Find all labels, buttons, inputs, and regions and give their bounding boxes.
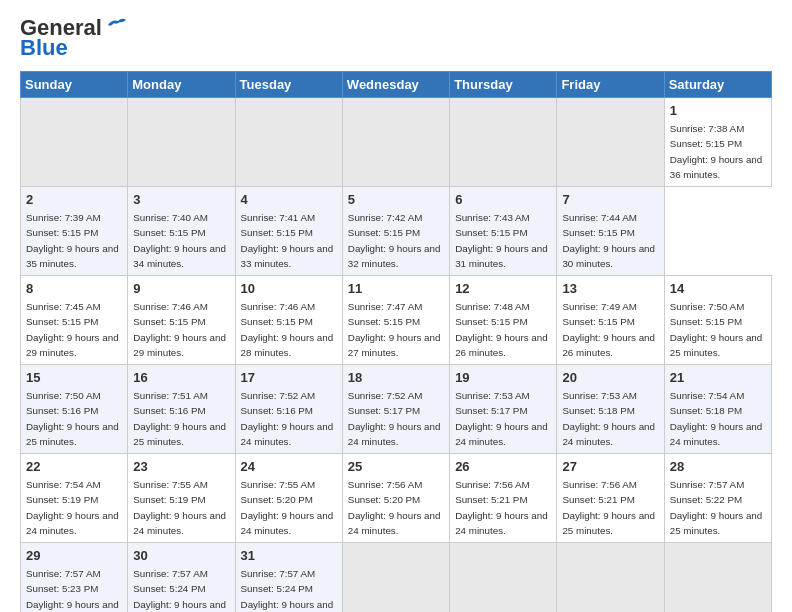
calendar-table: SundayMondayTuesdayWednesdayThursdayFrid…	[20, 71, 772, 612]
day-info: Sunrise: 7:50 AMSunset: 5:16 PMDaylight:…	[26, 390, 119, 447]
calendar-day: 3Sunrise: 7:40 AMSunset: 5:15 PMDaylight…	[128, 187, 235, 276]
calendar-day: 28Sunrise: 7:57 AMSunset: 5:22 PMDayligh…	[664, 454, 771, 543]
calendar-day: 19Sunrise: 7:53 AMSunset: 5:17 PMDayligh…	[450, 365, 557, 454]
calendar-week-row: 22Sunrise: 7:54 AMSunset: 5:19 PMDayligh…	[21, 454, 772, 543]
calendar-day: 31Sunrise: 7:57 AMSunset: 5:24 PMDayligh…	[235, 543, 342, 613]
logo-blue: Blue	[20, 35, 68, 61]
calendar-header-friday: Friday	[557, 72, 664, 98]
empty-cell	[342, 543, 449, 613]
empty-cell	[664, 543, 771, 613]
calendar-week-row: 1Sunrise: 7:38 AMSunset: 5:15 PMDaylight…	[21, 98, 772, 187]
header: General Blue	[20, 15, 772, 61]
day-number: 9	[133, 280, 229, 298]
calendar-day: 17Sunrise: 7:52 AMSunset: 5:16 PMDayligh…	[235, 365, 342, 454]
day-info: Sunrise: 7:56 AMSunset: 5:20 PMDaylight:…	[348, 479, 441, 536]
calendar-day: 29Sunrise: 7:57 AMSunset: 5:23 PMDayligh…	[21, 543, 128, 613]
day-info: Sunrise: 7:51 AMSunset: 5:16 PMDaylight:…	[133, 390, 226, 447]
day-info: Sunrise: 7:53 AMSunset: 5:17 PMDaylight:…	[455, 390, 548, 447]
empty-cell	[21, 98, 128, 187]
calendar-header-saturday: Saturday	[664, 72, 771, 98]
day-info: Sunrise: 7:50 AMSunset: 5:15 PMDaylight:…	[670, 301, 763, 358]
calendar-day: 2Sunrise: 7:39 AMSunset: 5:15 PMDaylight…	[21, 187, 128, 276]
day-info: Sunrise: 7:42 AMSunset: 5:15 PMDaylight:…	[348, 212, 441, 269]
calendar-header-monday: Monday	[128, 72, 235, 98]
day-info: Sunrise: 7:52 AMSunset: 5:16 PMDaylight:…	[241, 390, 334, 447]
day-number: 14	[670, 280, 766, 298]
day-info: Sunrise: 7:57 AMSunset: 5:23 PMDaylight:…	[26, 568, 119, 612]
calendar-day: 18Sunrise: 7:52 AMSunset: 5:17 PMDayligh…	[342, 365, 449, 454]
day-info: Sunrise: 7:56 AMSunset: 5:21 PMDaylight:…	[455, 479, 548, 536]
day-number: 1	[670, 102, 766, 120]
day-number: 30	[133, 547, 229, 565]
calendar-day: 8Sunrise: 7:45 AMSunset: 5:15 PMDaylight…	[21, 276, 128, 365]
day-number: 5	[348, 191, 444, 209]
calendar-header-wednesday: Wednesday	[342, 72, 449, 98]
day-number: 15	[26, 369, 122, 387]
empty-cell	[128, 98, 235, 187]
day-info: Sunrise: 7:53 AMSunset: 5:18 PMDaylight:…	[562, 390, 655, 447]
day-info: Sunrise: 7:46 AMSunset: 5:15 PMDaylight:…	[241, 301, 334, 358]
day-number: 19	[455, 369, 551, 387]
day-number: 22	[26, 458, 122, 476]
calendar-day: 30Sunrise: 7:57 AMSunset: 5:24 PMDayligh…	[128, 543, 235, 613]
calendar-day: 5Sunrise: 7:42 AMSunset: 5:15 PMDaylight…	[342, 187, 449, 276]
day-info: Sunrise: 7:40 AMSunset: 5:15 PMDaylight:…	[133, 212, 226, 269]
day-number: 6	[455, 191, 551, 209]
day-number: 13	[562, 280, 658, 298]
day-info: Sunrise: 7:43 AMSunset: 5:15 PMDaylight:…	[455, 212, 548, 269]
day-info: Sunrise: 7:57 AMSunset: 5:24 PMDaylight:…	[241, 568, 334, 612]
calendar-day: 12Sunrise: 7:48 AMSunset: 5:15 PMDayligh…	[450, 276, 557, 365]
day-number: 7	[562, 191, 658, 209]
calendar-day: 16Sunrise: 7:51 AMSunset: 5:16 PMDayligh…	[128, 365, 235, 454]
calendar-day: 7Sunrise: 7:44 AMSunset: 5:15 PMDaylight…	[557, 187, 664, 276]
day-info: Sunrise: 7:57 AMSunset: 5:24 PMDaylight:…	[133, 568, 226, 612]
calendar-day: 20Sunrise: 7:53 AMSunset: 5:18 PMDayligh…	[557, 365, 664, 454]
day-number: 17	[241, 369, 337, 387]
calendar-day: 15Sunrise: 7:50 AMSunset: 5:16 PMDayligh…	[21, 365, 128, 454]
day-info: Sunrise: 7:45 AMSunset: 5:15 PMDaylight:…	[26, 301, 119, 358]
calendar-day: 21Sunrise: 7:54 AMSunset: 5:18 PMDayligh…	[664, 365, 771, 454]
day-number: 18	[348, 369, 444, 387]
calendar-day: 25Sunrise: 7:56 AMSunset: 5:20 PMDayligh…	[342, 454, 449, 543]
calendar-day: 23Sunrise: 7:55 AMSunset: 5:19 PMDayligh…	[128, 454, 235, 543]
day-number: 27	[562, 458, 658, 476]
calendar-day: 27Sunrise: 7:56 AMSunset: 5:21 PMDayligh…	[557, 454, 664, 543]
calendar-day: 4Sunrise: 7:41 AMSunset: 5:15 PMDaylight…	[235, 187, 342, 276]
empty-cell	[235, 98, 342, 187]
day-info: Sunrise: 7:55 AMSunset: 5:19 PMDaylight:…	[133, 479, 226, 536]
day-info: Sunrise: 7:44 AMSunset: 5:15 PMDaylight:…	[562, 212, 655, 269]
calendar-day: 9Sunrise: 7:46 AMSunset: 5:15 PMDaylight…	[128, 276, 235, 365]
calendar-week-row: 15Sunrise: 7:50 AMSunset: 5:16 PMDayligh…	[21, 365, 772, 454]
day-number: 3	[133, 191, 229, 209]
day-number: 24	[241, 458, 337, 476]
day-number: 11	[348, 280, 444, 298]
day-info: Sunrise: 7:52 AMSunset: 5:17 PMDaylight:…	[348, 390, 441, 447]
calendar-week-row: 8Sunrise: 7:45 AMSunset: 5:15 PMDaylight…	[21, 276, 772, 365]
calendar-header-thursday: Thursday	[450, 72, 557, 98]
empty-cell	[450, 543, 557, 613]
day-number: 10	[241, 280, 337, 298]
day-number: 29	[26, 547, 122, 565]
day-info: Sunrise: 7:55 AMSunset: 5:20 PMDaylight:…	[241, 479, 334, 536]
empty-cell	[557, 98, 664, 187]
day-number: 21	[670, 369, 766, 387]
calendar-day: 26Sunrise: 7:56 AMSunset: 5:21 PMDayligh…	[450, 454, 557, 543]
logo-bird-icon	[104, 17, 126, 35]
day-number: 25	[348, 458, 444, 476]
day-number: 26	[455, 458, 551, 476]
calendar-day: 6Sunrise: 7:43 AMSunset: 5:15 PMDaylight…	[450, 187, 557, 276]
calendar-header-sunday: Sunday	[21, 72, 128, 98]
page: General Blue SundayMondayTuesdayWednesda…	[0, 0, 792, 612]
day-info: Sunrise: 7:47 AMSunset: 5:15 PMDaylight:…	[348, 301, 441, 358]
day-number: 4	[241, 191, 337, 209]
day-number: 31	[241, 547, 337, 565]
logo: General Blue	[20, 15, 126, 61]
day-number: 28	[670, 458, 766, 476]
day-number: 20	[562, 369, 658, 387]
day-info: Sunrise: 7:54 AMSunset: 5:18 PMDaylight:…	[670, 390, 763, 447]
day-info: Sunrise: 7:57 AMSunset: 5:22 PMDaylight:…	[670, 479, 763, 536]
calendar-week-row: 2Sunrise: 7:39 AMSunset: 5:15 PMDaylight…	[21, 187, 772, 276]
calendar-header-row: SundayMondayTuesdayWednesdayThursdayFrid…	[21, 72, 772, 98]
calendar-week-row: 29Sunrise: 7:57 AMSunset: 5:23 PMDayligh…	[21, 543, 772, 613]
day-info: Sunrise: 7:54 AMSunset: 5:19 PMDaylight:…	[26, 479, 119, 536]
